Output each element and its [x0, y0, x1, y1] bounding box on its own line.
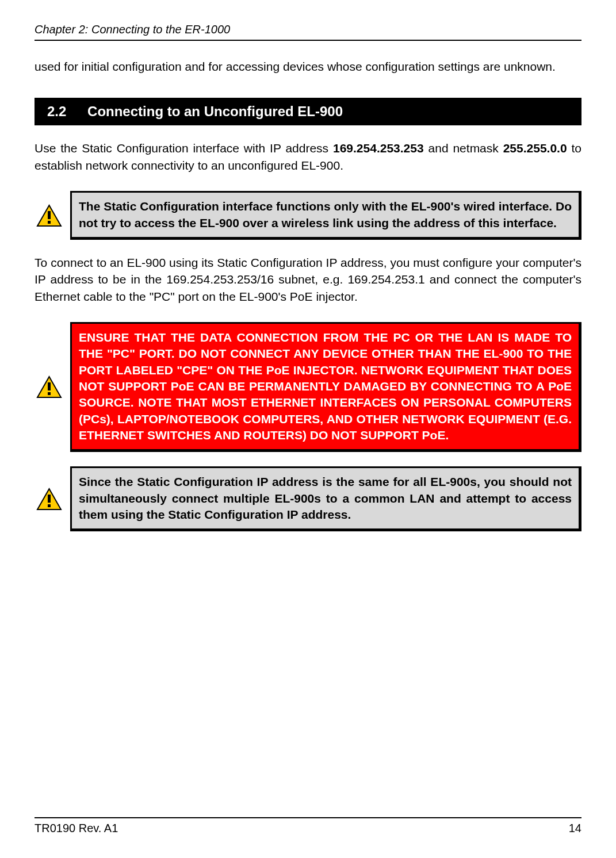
svg-rect-4	[48, 382, 51, 390]
callout-text-1: The Static Configuration interface funct…	[70, 191, 581, 240]
ip-address: 169.254.253.253	[333, 141, 424, 155]
svg-rect-5	[48, 392, 51, 395]
section-title: Connecting to an Unconfigured EL-900	[87, 104, 343, 119]
footer-left: TR0190 Rev. A1	[35, 822, 118, 835]
paragraph-1: Use the Static Configuration interface w…	[35, 140, 581, 174]
chapter-title: Chapter 2: Connecting to the ER-1000	[35, 23, 230, 36]
svg-rect-1	[48, 211, 51, 219]
para1-prefix: Use the Static Configuration interface w…	[35, 141, 333, 155]
svg-rect-8	[48, 504, 51, 507]
page-footer: TR0190 Rev. A1 14	[35, 817, 581, 835]
section-number: 2.2	[47, 104, 66, 120]
warning-icon	[35, 486, 63, 512]
intro-paragraph: used for initial configuration and for a…	[35, 58, 581, 75]
page-number: 14	[569, 822, 581, 835]
callout-caution-1: The Static Configuration interface funct…	[35, 191, 581, 240]
netmask: 255.255.0.0	[503, 141, 567, 155]
svg-rect-2	[48, 221, 51, 224]
svg-rect-7	[48, 495, 51, 503]
paragraph-2: To connect to an EL-900 using its Static…	[35, 254, 581, 305]
warning-icon	[35, 374, 63, 400]
callout-caution-2: Since the Static Configuration IP addres…	[35, 466, 581, 531]
chapter-header: Chapter 2: Connecting to the ER-1000	[35, 23, 581, 41]
callout-text-2: ENSURE THAT THE DATA CONNECTION FROM THE…	[70, 322, 581, 452]
para1-mid: and netmask	[424, 141, 503, 155]
callout-text-3: Since the Static Configuration IP addres…	[70, 466, 581, 531]
warning-icon	[35, 202, 63, 228]
section-heading: 2.2 Connecting to an Unconfigured EL-900	[35, 98, 581, 125]
callout-warning: ENSURE THAT THE DATA CONNECTION FROM THE…	[35, 322, 581, 452]
